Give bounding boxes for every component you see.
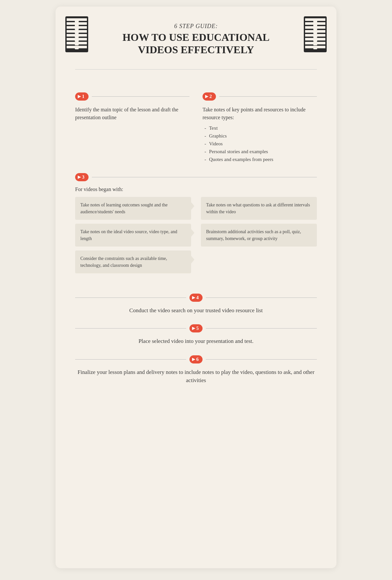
note-card-right-1: Take notes on what questions to ask at d… — [201, 197, 317, 220]
step-1-line — [92, 96, 190, 97]
step-1-header: ▶ 1 — [75, 92, 189, 101]
step-5-badge: ▶ 5 — [189, 324, 203, 332]
step-5-section: ▶ 5 Place selected video into your prese… — [75, 324, 317, 346]
step-4-line-left — [75, 298, 186, 298]
step-2-number: 2 — [209, 94, 212, 99]
note-card-left-3: Consider the constraints such as availab… — [75, 250, 191, 273]
step-2-header: ▶ 2 — [203, 92, 317, 101]
step-5-line-right — [206, 328, 317, 329]
step-4-badge: ▶ 4 — [189, 294, 203, 302]
step-6-line-left — [75, 359, 186, 360]
step-5-text: Place selected video into your presentat… — [75, 337, 317, 346]
list-item: Graphics — [203, 132, 317, 140]
main-page: 6 STEP GUIDE: HOW TO USE EDUCATIONALVIDE… — [56, 7, 336, 568]
step-6-text: Finalize your lesson plans and delivery … — [75, 368, 317, 385]
steps-1-2-container: ▶ 1 Identify the main topic of the lesso… — [75, 92, 317, 163]
note-card-left-2: Take notes on the ideal video source, vi… — [75, 224, 191, 247]
header-subtitle: 6 STEP GUIDE: — [101, 23, 291, 30]
step-3-intro: For videos began with: — [75, 186, 317, 192]
step-6-number: 6 — [196, 357, 199, 362]
step-3-right-cards: Take notes on what questions to ask at d… — [201, 197, 317, 277]
step-6-section: ▶ 6 Finalize your lesson plans and deliv… — [75, 355, 317, 385]
note-card-right-1-text: Take notes on what questions to ask at d… — [206, 202, 310, 214]
list-item: Videos — [203, 140, 317, 148]
step-2-badge: ▶ 2 — [203, 92, 216, 101]
step-3-section: ▶ 3 For videos began with: Take notes of… — [75, 173, 317, 277]
step-5-number: 5 — [196, 326, 199, 331]
note-card-left-1-text: Take notes of learning outcomes sought a… — [80, 202, 168, 214]
step-6-header: ▶ 6 — [75, 355, 317, 363]
list-item: Text — [203, 124, 317, 132]
step-2-col: ▶ 2 Take notes of key points and resourc… — [203, 92, 317, 163]
list-item: Quotes and examples from peers — [203, 155, 317, 163]
step-1-badge: ▶ 1 — [75, 92, 89, 101]
note-card-right-2-text: Brainstorm additional activities such as… — [206, 229, 301, 241]
step-3-left-cards: Take notes of learning outcomes sought a… — [75, 197, 191, 277]
step-3-badge: ▶ 3 — [75, 173, 89, 181]
play-icon-5: ▶ — [192, 326, 195, 331]
step-5-line-left — [75, 328, 186, 329]
header-title: HOW TO USE EDUCATIONALVIDEOS EFFECTIVELY — [101, 31, 291, 56]
play-icon-2: ▶ — [205, 94, 208, 99]
step-3-number: 3 — [82, 174, 85, 180]
note-card-left-2-text: Take notes on the ideal video source, vi… — [80, 229, 177, 241]
play-icon-1: ▶ — [78, 94, 81, 99]
step-4-line-right — [206, 298, 317, 298]
step-4-section: ▶ 4 Conduct the video search on your tru… — [75, 294, 317, 315]
step-3-content: Take notes of learning outcomes sought a… — [75, 197, 317, 277]
step-1-text: Identify the main topic of the lesson an… — [75, 106, 189, 121]
step-2-text: Take notes of key points and resources t… — [203, 106, 317, 121]
list-item: Personal stories and examples — [203, 148, 317, 155]
film-strip-right — [304, 16, 327, 52]
play-icon-3: ▶ — [78, 175, 81, 180]
step-6-badge: ▶ 6 — [189, 355, 203, 363]
step-4-header: ▶ 4 — [75, 294, 317, 302]
step-2-bullet-list: Text Graphics Videos Personal stories an… — [203, 124, 317, 163]
header-divider — [75, 69, 317, 70]
play-icon-4: ▶ — [192, 295, 195, 300]
note-card-right-2: Brainstorm additional activities such as… — [201, 224, 317, 247]
note-card-left-3-text: Consider the constraints such as availab… — [80, 256, 167, 268]
step-3-line — [92, 177, 317, 177]
step-6-line-right — [206, 359, 317, 360]
step-1-number: 1 — [82, 94, 85, 99]
header: 6 STEP GUIDE: HOW TO USE EDUCATIONALVIDE… — [75, 20, 317, 63]
note-card-left-1: Take notes of learning outcomes sought a… — [75, 197, 191, 220]
play-icon-6: ▶ — [192, 357, 195, 362]
step-4-text: Conduct the video search on your trusted… — [75, 306, 317, 315]
step-2-line — [219, 96, 317, 97]
step-5-header: ▶ 5 — [75, 324, 317, 332]
step-1-col: ▶ 1 Identify the main topic of the lesso… — [75, 92, 189, 163]
step-3-header: ▶ 3 — [75, 173, 317, 181]
step-4-number: 4 — [196, 295, 199, 300]
film-strip-left — [65, 16, 88, 52]
